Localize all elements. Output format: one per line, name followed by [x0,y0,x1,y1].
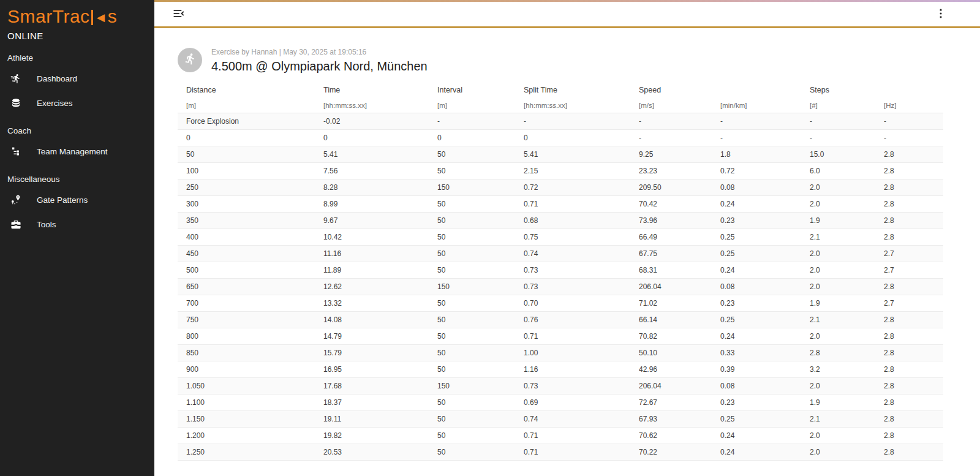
column-unit: [m] [178,98,323,113]
table-cell: 15.79 [323,344,437,361]
table-cell: 42.96 [639,361,720,377]
table-cell: 2.1 [810,410,884,427]
table-cell: 150 [437,278,524,295]
table-cell: 50 [437,262,524,278]
table-cell: 2.8 [884,444,943,460]
table-cell: 2.0 [810,179,884,195]
table-cell: 50 [437,295,524,311]
kebab-menu-icon [935,7,947,21]
table-cell: 50 [437,245,524,262]
table-cell: 0.73 [524,262,639,278]
table-cell: 0.71 [524,444,639,460]
nav-section-label: Miscellaneous [7,175,154,184]
table-cell: 50 [437,229,524,245]
sidebar-item-tools[interactable]: Tools [0,212,154,236]
table-cell: 0.33 [720,344,810,361]
table-cell: 5.41 [323,146,437,162]
column-header: Distance [178,82,323,98]
table-cell: 50 [178,146,323,162]
table-cell: 206.04 [639,377,720,394]
table-cell: 300 [178,195,323,212]
table-cell: 9.67 [323,212,437,229]
table-cell: 8.99 [323,195,437,212]
table-cell: 23.23 [639,162,720,179]
table-cell: 5.41 [524,146,639,162]
table-cell: 2.1 [810,311,884,328]
table-cell: 50 [437,427,524,444]
sidebar-item-dashboard[interactable]: Dashboard [0,66,154,91]
table-cell: 13.32 [323,295,437,311]
table-cell: 11.16 [323,245,437,262]
table-cell: 209.50 [639,179,720,195]
org-tree-icon [10,145,22,157]
table-cell: - [810,129,884,146]
table-cell: 2.0 [810,427,884,444]
table-cell: 100 [178,162,323,179]
table-cell: 1.9 [810,295,884,311]
table-cell: 72.67 [639,394,720,410]
table-cell: 0.25 [720,229,810,245]
table-cell: - [639,113,720,129]
table-cell: 0.76 [524,311,639,328]
table-cell: 2.8 [884,229,943,245]
table-row: 3509.67500.6873.960.231.92.8 [178,212,943,229]
table-cell: 0.25 [720,311,810,328]
table-cell: 2.7 [884,262,943,278]
sidebar-item-label: Exercises [37,99,73,108]
table-cell: 67.93 [639,410,720,427]
table-cell: - [720,129,810,146]
table-cell: 0.71 [524,427,639,444]
table-cell: 2.0 [810,278,884,295]
table-cell: 67.75 [639,245,720,262]
table-cell: - [639,129,720,146]
splits-table: DistanceTimeIntervalSplit TimeSpeedSteps… [178,82,943,461]
column-header: Interval [437,82,524,98]
menu-collapse-icon [173,7,185,21]
sidebar-collapse-button[interactable] [172,7,186,21]
overflow-menu-button[interactable] [933,7,948,21]
column-labels-row: DistanceTimeIntervalSplit TimeSpeedSteps [178,82,943,98]
table-cell: 2.8 [884,146,943,162]
column-header [720,82,810,98]
nav-section-label: Coach [7,126,154,135]
table-cell: 50 [437,410,524,427]
table-cell: 250 [178,179,323,195]
sidebar-item-exercises[interactable]: Exercises [0,91,154,115]
exercise-header: Exercise by Hannah | May 30, 2025 at 19:… [178,48,943,74]
column-unit: [hh:mm:ss.xx] [323,98,437,113]
splits-table-body: Force Explosion-0.02------0000----505.41… [178,113,943,460]
table-cell: 1.9 [810,394,884,410]
sidebar-item-label: Tools [37,220,56,229]
table-row: 75014.08500.7666.140.252.12.8 [178,311,943,328]
table-cell: 14.79 [323,328,437,344]
table-cell: 2.1 [810,229,884,245]
table-cell: 12.62 [323,278,437,295]
table-cell: 50 [437,195,524,212]
table-cell: 1.100 [178,394,323,410]
table-cell: 15.0 [810,146,884,162]
table-cell: 0.24 [720,444,810,460]
table-cell: 0.72 [524,179,639,195]
table-cell: 0.24 [720,328,810,344]
table-cell: 6.0 [810,162,884,179]
table-cell: 19.82 [323,427,437,444]
column-unit: [min/km] [720,98,810,113]
column-header [884,82,943,98]
table-cell: - [884,113,943,129]
table-cell: 0.68 [524,212,639,229]
sidebar-item-gate-patterns[interactable]: Gate Patterns [0,187,154,212]
table-cell: 50 [437,394,524,410]
table-cell: 2.0 [810,262,884,278]
exercise-meta: Exercise by Hannah | May 30, 2025 at 19:… [211,48,428,74]
table-cell: 0.70 [524,295,639,311]
table-cell: 0 [178,129,323,146]
table-row: 3008.99500.7170.420.242.02.8 [178,195,943,212]
column-unit: [Hz] [884,98,943,113]
app-window: SmarTrac◄s ONLINE AthleteDashboardExerci… [0,0,980,476]
table-cell: 0.72 [720,162,810,179]
sidebar-item-team-management[interactable]: Team Management [0,139,154,164]
database-icon [10,97,22,109]
table-cell: 2.0 [810,195,884,212]
table-row: 40010.42500.7566.490.252.12.8 [178,229,943,245]
table-cell: 0.24 [720,195,810,212]
